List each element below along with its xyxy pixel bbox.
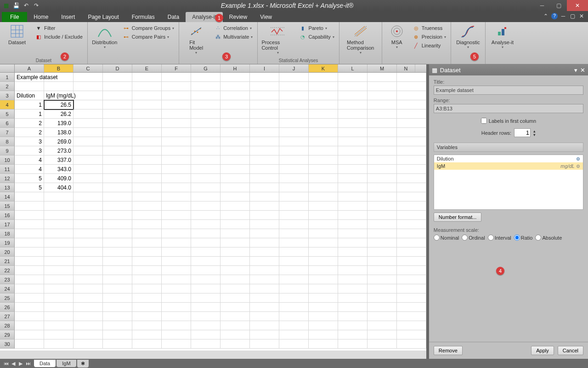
row-header[interactable]: 4 <box>0 100 15 109</box>
cell[interactable] <box>132 238 162 247</box>
cell[interactable] <box>162 201 191 211</box>
cell[interactable] <box>15 201 44 211</box>
sheet-tab-data[interactable]: Data <box>34 360 56 367</box>
tab-data[interactable]: Data <box>161 12 186 22</box>
row-header[interactable]: 19 <box>0 238 15 247</box>
cell[interactable] <box>309 201 338 211</box>
cell[interactable] <box>397 312 426 321</box>
cell[interactable] <box>162 155 191 165</box>
cell[interactable] <box>44 275 74 284</box>
tab-home[interactable]: Home <box>27 12 55 22</box>
row-header[interactable]: 2 <box>0 82 15 91</box>
cell[interactable] <box>132 211 162 220</box>
cell[interactable] <box>74 119 103 128</box>
cell[interactable] <box>279 211 309 220</box>
cell[interactable]: 4 <box>15 155 44 165</box>
cell[interactable]: 139.0 <box>44 119 74 128</box>
cell[interactable] <box>309 339 338 349</box>
cell[interactable] <box>220 312 250 321</box>
cell[interactable] <box>74 330 103 339</box>
cell[interactable] <box>15 266 44 275</box>
cell[interactable] <box>44 257 74 266</box>
cell[interactable]: 269.0 <box>44 137 74 146</box>
cell[interactable] <box>397 293 426 303</box>
col-header[interactable]: M <box>368 64 397 72</box>
cell[interactable] <box>103 119 132 128</box>
cell[interactable] <box>103 220 132 229</box>
tab-review[interactable]: Review <box>223 12 254 22</box>
cell[interactable] <box>74 192 103 201</box>
cell[interactable] <box>279 339 309 349</box>
cell[interactable] <box>74 321 103 330</box>
multivariate-button[interactable]: ⁂Multivariate ▾ <box>213 33 254 41</box>
sheet-tab-igm[interactable]: IgM <box>57 360 76 367</box>
cell[interactable] <box>44 321 74 330</box>
cell[interactable] <box>250 266 279 275</box>
cell[interactable] <box>132 220 162 229</box>
cell[interactable] <box>397 321 426 330</box>
method-comparison-button[interactable]: Method Comparison▾ <box>343 23 378 55</box>
cell[interactable] <box>191 247 220 257</box>
cell[interactable] <box>397 284 426 293</box>
cell[interactable] <box>338 91 368 100</box>
cell[interactable] <box>309 73 338 82</box>
cell[interactable] <box>250 257 279 266</box>
cell[interactable] <box>338 211 368 220</box>
cell[interactable] <box>250 128 279 137</box>
cell[interactable]: 26.5 <box>44 100 74 109</box>
cell[interactable] <box>397 119 426 128</box>
radio-nominal[interactable]: Nominal <box>434 235 459 241</box>
cell[interactable] <box>250 229 279 238</box>
cell[interactable] <box>368 257 397 266</box>
cell[interactable] <box>338 192 368 201</box>
cell[interactable] <box>103 257 132 266</box>
cell[interactable] <box>309 109 338 119</box>
cell[interactable] <box>220 100 250 109</box>
cell[interactable] <box>279 330 309 339</box>
labels-checkbox[interactable] <box>481 118 487 124</box>
cell[interactable] <box>309 293 338 303</box>
cell[interactable]: 138.0 <box>44 128 74 137</box>
cell[interactable] <box>103 266 132 275</box>
analyse-it-button[interactable]: Analyse-it▾ <box>489 23 516 49</box>
cell[interactable] <box>15 211 44 220</box>
cell[interactable] <box>397 339 426 349</box>
cell[interactable] <box>338 183 368 192</box>
cell[interactable] <box>103 100 132 109</box>
cell[interactable] <box>338 321 368 330</box>
cell[interactable] <box>338 146 368 155</box>
cell[interactable] <box>103 146 132 155</box>
compare-groups-button[interactable]: ⊶Compare Groups ▾ <box>122 24 175 32</box>
cell[interactable] <box>74 155 103 165</box>
cell[interactable] <box>132 229 162 238</box>
row-header[interactable]: 17 <box>0 220 15 229</box>
cell[interactable] <box>74 73 103 82</box>
row-header[interactable]: 15 <box>0 201 15 211</box>
cell[interactable] <box>103 192 132 201</box>
cell[interactable] <box>220 220 250 229</box>
cell[interactable]: 2 <box>15 119 44 128</box>
cell[interactable] <box>250 303 279 312</box>
tab-formulas[interactable]: Formulas <box>125 12 161 22</box>
cell[interactable] <box>250 201 279 211</box>
header-rows-field[interactable] <box>514 128 531 137</box>
cell[interactable] <box>103 312 132 321</box>
cell[interactable] <box>309 128 338 137</box>
cell[interactable] <box>220 109 250 119</box>
cell[interactable] <box>162 137 191 146</box>
cell[interactable] <box>132 165 162 174</box>
cell[interactable] <box>191 293 220 303</box>
cell[interactable] <box>44 303 74 312</box>
cell[interactable] <box>338 257 368 266</box>
cell[interactable] <box>220 183 250 192</box>
cell[interactable] <box>368 229 397 238</box>
cell[interactable] <box>368 330 397 339</box>
cell[interactable] <box>368 165 397 174</box>
cell[interactable] <box>15 275 44 284</box>
cell[interactable] <box>309 192 338 201</box>
row-header[interactable]: 12 <box>0 174 15 183</box>
include-exclude-button[interactable]: ◧Include / Exclude <box>34 33 84 41</box>
cell[interactable] <box>191 100 220 109</box>
cell[interactable]: Example dataset <box>15 73 44 82</box>
cell[interactable] <box>132 128 162 137</box>
